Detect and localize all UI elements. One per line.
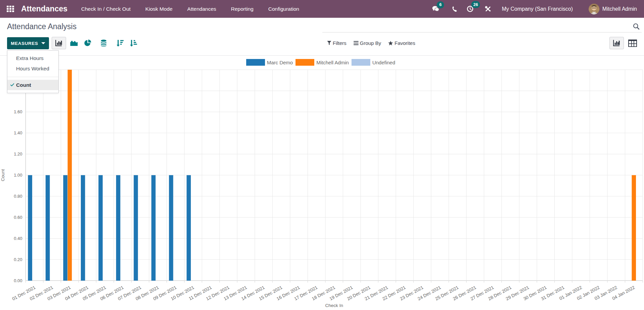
pie-chart-icon (84, 40, 91, 47)
sort-descending-button[interactable] (113, 37, 127, 49)
nav-menu-reporting[interactable]: Reporting (224, 0, 261, 18)
y-tick-label: 1.40 (14, 130, 22, 135)
sort-ascending-button[interactable] (127, 37, 140, 49)
legend-label: Undefined (372, 60, 395, 65)
control-panel: Attendance Analysis MEASURES (0, 18, 644, 56)
bar-marc-demo-07-dec-2021[interactable] (134, 175, 138, 281)
x-tick-label: 27 Dec 2021 (470, 285, 494, 302)
y-tick-label: 0.00 (14, 278, 22, 283)
main-navbar: Attendances Check In / Check OutKiosk Mo… (0, 0, 644, 18)
legend-label: Marc Demo (267, 60, 293, 65)
legend-color-box (246, 59, 265, 66)
bar-marc-demo-08-dec-2021[interactable] (151, 175, 156, 281)
nav-menu-kiosk-mode[interactable]: Kiosk Mode (138, 0, 180, 18)
line-chart-mode-button[interactable] (67, 37, 80, 49)
y-tick-label: 0.20 (14, 257, 22, 262)
bar-marc-demo-05-dec-2021[interactable] (99, 175, 103, 281)
legend-item-mitchell-admin[interactable]: Mitchell Admin (296, 59, 349, 66)
measure-option-extra-hours[interactable]: Extra Hours (7, 53, 58, 63)
x-tick-label: 16 Dec 2021 (276, 285, 301, 302)
stacked-toggle-button[interactable] (97, 37, 110, 49)
bar-marc-demo-09-dec-2021[interactable] (169, 175, 173, 281)
area-chart-icon (70, 40, 78, 46)
x-tick-label: 06 Dec 2021 (100, 285, 124, 302)
measure-option-label: Count (16, 82, 31, 88)
legend-label: Mitchell Admin (316, 60, 349, 65)
bar-marc-demo-06-dec-2021[interactable] (116, 175, 120, 281)
graph-view-button[interactable] (609, 37, 624, 49)
caret-down-icon (41, 42, 45, 44)
apps-menu-button[interactable] (7, 6, 14, 12)
x-tick-label: 14 Dec 2021 (240, 285, 265, 302)
legend-item-marc-demo[interactable]: Marc Demo (246, 59, 293, 66)
y-tick-label: 1.60 (14, 109, 22, 114)
voip-systray-button[interactable] (451, 6, 457, 12)
check-icon (10, 83, 15, 87)
x-tick-label: 11 Dec 2021 (188, 285, 213, 301)
x-tick-label: 19 Dec 2021 (329, 285, 354, 302)
y-tick-label: 0.40 (14, 236, 22, 241)
x-tick-label: 03 Dec 2021 (47, 285, 71, 302)
sort-amount-desc-icon (116, 40, 124, 47)
chart-tools (52, 37, 140, 49)
measure-option-count[interactable]: Count (7, 80, 58, 90)
bar-marc-demo-03-dec-2021[interactable] (63, 175, 67, 281)
bar-marc-demo-02-dec-2021[interactable] (46, 175, 50, 281)
bar-marc-demo-10-dec-2021[interactable] (186, 175, 191, 281)
measure-option-hours-worked[interactable]: Hours Worked (7, 63, 58, 74)
search-button[interactable] (633, 23, 640, 30)
x-tick-label: 20 Dec 2021 (346, 285, 371, 302)
messages-count-badge: 6 (437, 1, 444, 8)
phone-icon (451, 6, 457, 12)
apps-grid-icon (7, 6, 14, 12)
x-tick-label: 01 Dec 2021 (11, 285, 36, 302)
x-tick-label: 25 Dec 2021 (434, 285, 459, 302)
view-switcher (609, 37, 638, 49)
measures-button[interactable]: MEASURES (7, 37, 49, 49)
navbar-menus: Check In / Check OutKiosk ModeAttendance… (74, 0, 307, 18)
pivot-view-button[interactable] (628, 37, 638, 49)
app-brand-title[interactable]: Attendances (21, 4, 67, 13)
nav-menu-configuration[interactable]: Configuration (261, 0, 307, 18)
favorites-button[interactable]: Favorites (388, 40, 415, 46)
bar-marc-demo-04-dec-2021[interactable] (81, 175, 85, 281)
x-tick-label: 01 Jan 2022 (558, 285, 583, 301)
x-tick-label: 02 Jan 2022 (576, 285, 600, 301)
y-tick-label: 1.20 (14, 151, 22, 157)
y-tick-label: 0.60 (14, 215, 22, 220)
x-tick-label: 12 Dec 2021 (205, 285, 230, 302)
messages-systray-button[interactable]: 6 (432, 6, 439, 12)
search-bar[interactable] (322, 20, 642, 33)
debug-tools-systray-button[interactable] (485, 6, 491, 12)
favorites-label: Favorites (394, 40, 415, 46)
pie-chart-mode-button[interactable] (81, 37, 94, 49)
bar-mitchell-admin-03-dec-2021[interactable] (68, 70, 72, 281)
nav-menu-check-in-check-out[interactable]: Check In / Check Out (74, 0, 138, 18)
group-by-button[interactable]: Group By (354, 40, 381, 46)
bar-chart-mode-button[interactable] (52, 37, 66, 49)
x-tick-label: 21 Dec 2021 (364, 285, 389, 302)
page-title: Attendance Analysis (7, 22, 76, 31)
user-avatar[interactable] (589, 4, 599, 14)
x-tick-label: 24 Dec 2021 (417, 285, 442, 302)
filters-button[interactable]: Filters (327, 40, 346, 46)
nav-menu-attendances[interactable]: Attendances (180, 0, 223, 18)
activities-systray-button[interactable]: 26 (467, 6, 473, 12)
favorites-star-icon (388, 41, 393, 46)
x-tick-label: 08 Dec 2021 (135, 285, 160, 302)
user-menu[interactable]: Mitchell Admin (602, 6, 637, 12)
x-tick-label: 23 Dec 2021 (399, 285, 424, 302)
bar-mitchell-admin-04-jan-2022[interactable] (632, 175, 636, 281)
filters-label: Filters (333, 40, 346, 46)
pivot-view-icon (628, 40, 637, 47)
activities-count-badge: 26 (471, 1, 480, 8)
bar-marc-demo-01-dec-2021[interactable] (28, 175, 32, 281)
y-axis-title: Count (0, 169, 5, 181)
legend-item-undefined[interactable]: Undefined (352, 59, 395, 66)
dropdown-divider (7, 77, 58, 77)
company-switcher[interactable]: My Company (San Francisco) (502, 6, 573, 12)
x-tick-label: 07 Dec 2021 (117, 285, 142, 302)
x-tick-label: 30 Dec 2021 (523, 285, 547, 302)
attendances-app: Attendances Check In / Check OutKiosk Mo… (0, 0, 644, 310)
x-tick-label: 13 Dec 2021 (223, 285, 248, 302)
